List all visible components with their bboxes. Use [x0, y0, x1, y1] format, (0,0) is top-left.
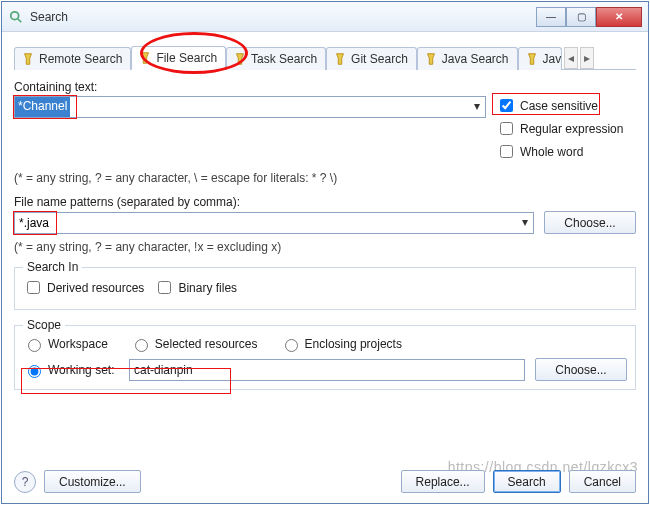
tab-java-search[interactable]: Java Search: [417, 47, 518, 70]
tab-remote-search[interactable]: Remote Search: [14, 47, 131, 70]
tab-label: Git Search: [351, 52, 408, 66]
containing-text-label: Containing text:: [14, 80, 636, 94]
tab-label: Java: [543, 52, 562, 66]
containing-text-input[interactable]: [14, 96, 486, 118]
scope-workingset-radio[interactable]: Working set:: [23, 362, 119, 378]
workingset-choose-button[interactable]: Choose...: [535, 358, 627, 381]
content-area: Remote Search File Search Task Search Gi…: [2, 32, 648, 406]
patterns-input[interactable]: [14, 212, 534, 234]
binary-checkbox[interactable]: Binary files: [154, 278, 237, 297]
search-in-legend: Search In: [23, 260, 82, 274]
scope-group: Scope Workspace Selected resources Enclo…: [14, 318, 636, 390]
tab-scroll-right[interactable]: ▸: [580, 47, 594, 69]
tab-label: Remote Search: [39, 52, 122, 66]
help-button[interactable]: ?: [14, 471, 36, 493]
tab-label: Java Search: [442, 52, 509, 66]
tab-file-search[interactable]: File Search: [131, 46, 226, 70]
flashlight-icon: [21, 52, 35, 66]
tab-scroll-left[interactable]: ◂: [564, 47, 578, 69]
window-title: Search: [30, 10, 536, 24]
scope-enclosing-radio[interactable]: Enclosing projects: [280, 336, 402, 352]
scope-selected-radio[interactable]: Selected resources: [130, 336, 258, 352]
flashlight-icon: [138, 51, 152, 65]
search-dialog: Search — ▢ ✕ Remote Search File Search T…: [1, 1, 649, 504]
search-in-group: Search In Derived resources Binary files: [14, 260, 636, 310]
patterns-hint: (* = any string, ? = any character, !x =…: [14, 240, 636, 254]
patterns-choose-button[interactable]: Choose...: [544, 211, 636, 234]
svg-line-1: [18, 18, 22, 22]
case-sensitive-checkbox[interactable]: Case sensitive: [496, 96, 636, 115]
maximize-button[interactable]: ▢: [566, 7, 596, 27]
flashlight-icon: [333, 52, 347, 66]
tab-git-search[interactable]: Git Search: [326, 47, 417, 70]
tab-label: Task Search: [251, 52, 317, 66]
minimize-button[interactable]: —: [536, 7, 566, 27]
search-tabs: Remote Search File Search Task Search Gi…: [14, 42, 636, 70]
flashlight-icon: [525, 52, 539, 66]
cancel-button[interactable]: Cancel: [569, 470, 636, 493]
tab-task-search[interactable]: Task Search: [226, 47, 326, 70]
svg-point-0: [11, 11, 19, 19]
search-button[interactable]: Search: [493, 470, 561, 493]
workingset-input[interactable]: [129, 359, 525, 381]
search-icon: [8, 9, 24, 25]
titlebar: Search — ▢ ✕: [2, 2, 648, 32]
footer: ? Customize... Replace... Search Cancel: [14, 470, 636, 493]
containing-text-selection: *Channel: [15, 97, 70, 117]
scope-legend: Scope: [23, 318, 65, 332]
window-buttons: — ▢ ✕: [536, 7, 642, 27]
replace-button[interactable]: Replace...: [401, 470, 485, 493]
patterns-label: File name patterns (separated by comma):: [14, 195, 636, 209]
tab-label: File Search: [156, 51, 217, 65]
regex-checkbox[interactable]: Regular expression: [496, 119, 636, 138]
flashlight-icon: [424, 52, 438, 66]
customize-button[interactable]: Customize...: [44, 470, 141, 493]
derived-checkbox[interactable]: Derived resources: [23, 278, 144, 297]
whole-word-checkbox[interactable]: Whole word: [496, 142, 636, 161]
tab-java-overflow[interactable]: Java: [518, 47, 562, 70]
close-button[interactable]: ✕: [596, 7, 642, 27]
flashlight-icon: [233, 52, 247, 66]
containing-hint: (* = any string, ? = any character, \ = …: [14, 171, 636, 185]
scope-workspace-radio[interactable]: Workspace: [23, 336, 108, 352]
